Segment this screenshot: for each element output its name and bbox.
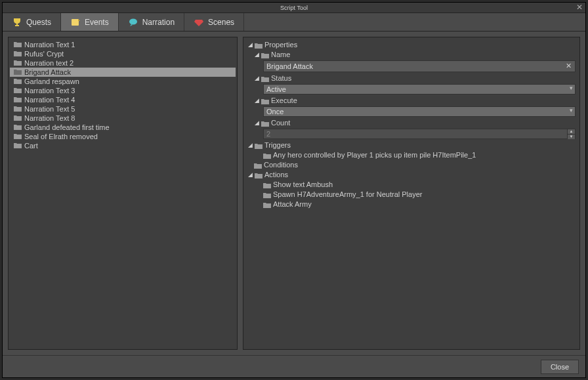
conditions-label: Conditions [264, 160, 298, 170]
list-item-label: Narration Text 3 [24, 87, 75, 95]
list-item[interactable]: Garland defeated first time [10, 123, 236, 132]
tab-narration[interactable]: Narration [119, 13, 184, 31]
collapse-icon[interactable]: ◢ [254, 118, 259, 128]
execute-dropdown[interactable]: Once [263, 106, 576, 117]
list-item-label: Narration Text 1 [24, 41, 75, 49]
note-icon [70, 17, 81, 28]
status-node[interactable]: ◢ Status [245, 74, 578, 83]
list-item[interactable]: Cart [10, 141, 236, 150]
list-item-label: Narration Text 4 [24, 96, 75, 104]
close-button[interactable]: Close [541, 360, 579, 374]
folder-icon [263, 192, 271, 198]
list-item-label: Seal of Elrath removed [24, 133, 98, 140]
list-item[interactable]: Seal of Elrath removed [10, 132, 236, 141]
folder-icon [255, 142, 262, 149]
collapse-icon[interactable]: ◢ [247, 140, 253, 150]
folder-icon [261, 120, 269, 127]
trigger-item[interactable]: Any hero controlled by Player 1 picks up… [245, 150, 578, 160]
tab-label: Quests [26, 18, 51, 27]
status-dropdown[interactable]: Active [263, 84, 576, 95]
property-tree: ◢ Properties ◢ Name ✕ ◢ Status [243, 37, 579, 349]
action-text: Spawn H7AdventureArmy_1 for Neutral Play… [273, 190, 422, 200]
count-label: Count [271, 118, 290, 128]
folder-icon [254, 162, 262, 169]
folder-icon [14, 87, 22, 94]
list-item[interactable]: Narration Text 4 [10, 95, 236, 104]
clear-icon[interactable]: ✕ [566, 62, 572, 70]
list-item-label: Garland respawn [24, 77, 79, 85]
tab-label: Narration [142, 18, 175, 27]
list-item[interactable]: Brigand Attack [10, 68, 236, 77]
list-item[interactable]: Narration Text 8 [10, 114, 236, 123]
footer: Close [3, 355, 585, 377]
action-item[interactable]: Spawn H7AdventureArmy_1 for Neutral Play… [245, 190, 578, 200]
tab-bar: Quests Events Narration Scenes [3, 13, 585, 32]
triggers-node[interactable]: ◢ Triggers [245, 140, 578, 150]
folder-icon [14, 142, 22, 149]
name-node[interactable]: ◢ Name [245, 50, 578, 60]
folder-icon [14, 69, 22, 75]
collapse-icon[interactable]: ◢ [254, 50, 259, 60]
folder-icon [14, 78, 22, 85]
spin-down-icon[interactable]: ▼ [567, 135, 575, 139]
titlebar: Script Tool ✕ [3, 3, 585, 13]
list-item[interactable]: Narration text 2 [10, 58, 236, 68]
folder-icon [14, 60, 22, 66]
actions-label: Actions [264, 170, 288, 180]
event-list: Narration Text 1Rufus' CryptNarration te… [9, 37, 237, 153]
name-label: Name [271, 50, 290, 60]
folder-icon [255, 172, 262, 179]
list-item-label: Narration Text 5 [24, 105, 75, 113]
details-panel: ◢ Properties ◢ Name ✕ ◢ Status [243, 37, 580, 350]
action-text: Attack Army [273, 200, 312, 209]
action-text: Show text Ambush [273, 180, 333, 190]
speech-icon [128, 17, 138, 28]
list-item[interactable]: Garland respawn [10, 77, 236, 86]
status-label: Status [271, 74, 291, 83]
collapse-icon[interactable]: ◢ [247, 170, 253, 180]
properties-label: Properties [264, 40, 297, 50]
trigger-text: Any hero controlled by Player 1 picks up… [273, 150, 476, 160]
actions-node[interactable]: ◢ Actions [245, 170, 578, 180]
folder-icon [261, 98, 269, 104]
folder-icon [14, 106, 22, 112]
script-tool-window: Script Tool ✕ Quests Events Narration [2, 2, 586, 378]
folder-icon [261, 75, 269, 82]
action-item[interactable]: Show text Ambush [245, 180, 578, 190]
conditions-node[interactable]: Conditions [245, 160, 578, 170]
count-node[interactable]: ◢ Count [245, 118, 578, 128]
list-item-label: Rufus' Crypt [24, 50, 64, 58]
collapse-icon[interactable]: ◢ [254, 96, 259, 106]
event-list-panel: Narration Text 1Rufus' CryptNarration te… [8, 37, 238, 350]
execute-node[interactable]: ◢ Execute [245, 96, 578, 106]
tab-quests[interactable]: Quests [3, 13, 61, 31]
list-item[interactable]: Rufus' Crypt [10, 49, 236, 58]
folder-icon [263, 152, 271, 159]
folder-icon [14, 133, 22, 140]
folder-icon [14, 51, 22, 57]
collapse-icon[interactable]: ◢ [247, 40, 253, 50]
trophy-icon [12, 17, 22, 28]
execute-label: Execute [271, 96, 297, 106]
folder-icon [14, 41, 22, 48]
tab-scenes[interactable]: Scenes [184, 13, 244, 31]
folder-icon [261, 52, 269, 58]
collapse-icon[interactable]: ◢ [254, 74, 259, 83]
name-input[interactable] [263, 60, 576, 72]
folder-icon [255, 42, 262, 49]
spin-up-icon[interactable]: ▲ [567, 129, 575, 135]
svg-point-1 [129, 18, 137, 24]
list-item[interactable]: Narration Text 3 [10, 86, 236, 95]
tab-label: Events [85, 18, 109, 27]
window-title: Script Tool [280, 5, 308, 11]
folder-icon [14, 124, 22, 131]
folder-icon [14, 115, 22, 121]
action-item[interactable]: Attack Army [245, 200, 578, 209]
properties-node[interactable]: ◢ Properties [245, 40, 578, 50]
tab-events[interactable]: Events [61, 13, 119, 31]
close-icon[interactable]: ✕ [576, 3, 583, 12]
list-item-label: Narration text 2 [24, 59, 74, 67]
list-item[interactable]: Narration Text 5 [10, 104, 236, 114]
list-item[interactable]: Narration Text 1 [10, 40, 236, 49]
count-spinner[interactable]: 2 ▲ ▼ [263, 129, 576, 139]
